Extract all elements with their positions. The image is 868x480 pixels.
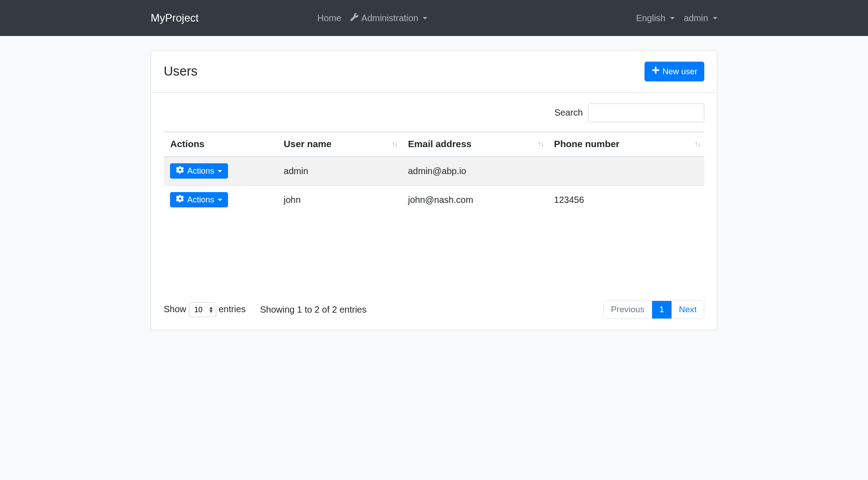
caret-down-icon [713,17,717,19]
new-user-button[interactable]: New user [644,62,704,81]
cell-email: john@nash.com [402,185,548,214]
col-actions: Actions [164,132,277,157]
caret-down-icon [423,17,427,19]
row-actions-button[interactable]: Actions [170,192,228,207]
page-title: Users [164,64,197,79]
wrench-icon [350,13,358,23]
sort-icon: ↑↓ [392,140,397,148]
caret-down-icon [670,17,675,19]
brand-link[interactable]: MyProject [151,12,199,24]
page-current[interactable]: 1 [652,301,672,319]
cell-username: admin [277,157,401,185]
entries-label: entries [219,304,246,314]
nav-language-label: English [636,13,666,23]
search-label: Search [555,108,583,118]
nav-user[interactable]: admin [684,13,717,23]
cell-phone [547,157,704,185]
sort-icon: ↑↓ [694,140,700,148]
cell-phone: 123456 [547,185,704,214]
nav-administration-label: Administration [361,13,418,23]
caret-down-icon [218,170,222,172]
actions-button-label: Actions [187,195,214,205]
search-input[interactable] [588,103,704,122]
row-actions-button[interactable]: Actions [170,163,228,179]
col-phone[interactable]: Phone number↑↓ [547,132,704,157]
plus-icon [652,65,660,78]
table-row: Actions john john@nash.com 123456 [164,185,704,214]
page-next[interactable]: Next [672,301,704,319]
nav-user-label: admin [684,13,708,23]
sort-icon: ↑↓ [537,140,543,148]
nav-home[interactable]: Home [318,13,341,23]
users-card: Users New user Search Actions User name↑… [151,50,717,330]
cell-email: admin@abp.io [402,157,548,185]
page-size-select[interactable]: 10 [189,302,216,317]
users-table: Actions User name↑↓ Email address↑↓ Phon… [164,131,704,214]
gear-icon [176,166,184,176]
show-label: Show [164,304,186,314]
gear-icon [176,195,184,205]
page-length: Show 10 ▴▾ entries [164,302,246,317]
cell-username: john [277,185,401,214]
nav-language[interactable]: English [636,13,675,23]
table-row: Actions admin admin@abp.io [164,157,704,185]
col-username[interactable]: User name↑↓ [277,132,401,157]
col-email[interactable]: Email address↑↓ [402,132,548,157]
actions-button-label: Actions [187,166,214,176]
page-prev[interactable]: Previous [604,301,652,319]
new-user-button-label: New user [662,65,698,78]
table-info: Showing 1 to 2 of 2 entries [260,305,367,315]
pagination: Previous 1 Next [603,301,704,319]
top-navbar: MyProject Home Administration English ad… [0,0,868,36]
nav-administration[interactable]: Administration [350,13,428,23]
card-header: Users New user [151,51,717,93]
caret-down-icon [218,199,222,201]
